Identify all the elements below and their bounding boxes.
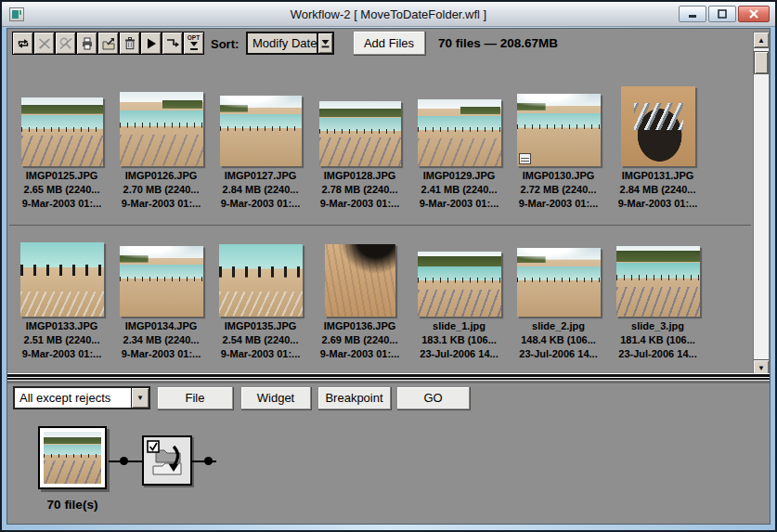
file-cell[interactable]: IMGP0134.JPG 2.34 MB (2240... 9-Mar-2003… [111,231,211,361]
file-cell[interactable]: IMGP0133.JPG 2.51 MB (2240... 9-Mar-2003… [12,231,111,361]
file-cell[interactable]: IMGP0128.JPG 2.78 MB (2240... 9-Mar-2003… [310,81,409,211]
go-button[interactable]: GO [396,386,470,409]
file-size: 2.72 MB (2240... [521,183,597,197]
file-thumbnail[interactable] [21,97,103,166]
move-to-folder-node[interactable] [142,435,192,486]
file-date: 9-Mar-2003 01:... [519,197,599,211]
file-cell[interactable]: slide_3.jpg 181.4 KB (106... 23-Jul-2006… [608,231,707,361]
file-name: IMGP0125.JPG [26,169,98,183]
scrollbar-track[interactable] [754,48,769,359]
file-cell[interactable]: IMGP0125.JPG 2.65 MB (2240... 9-Mar-2003… [12,81,111,211]
file-thumbnail[interactable] [325,244,395,317]
file-size: 2.84 MB (2240... [620,183,696,197]
connector-port[interactable] [204,457,213,465]
delete-button[interactable] [119,32,140,55]
scroll-up-button[interactable]: ▲ [754,32,769,48]
edit-disabled-button[interactable] [33,32,55,55]
filter-dropdown-arrow-icon[interactable]: ▼ [131,388,149,408]
app-icon[interactable] [9,7,24,21]
file-name: slide_3.jpg [631,319,684,333]
file-name: IMGP0129.JPG [423,169,496,183]
arrow-down-icon: ▼ [758,364,765,372]
edit-disabled-icon [37,36,52,51]
thumbnail-row-2: IMGP0133.JPG 2.51 MB (2240... 9-Mar-2003… [12,231,710,361]
source-node-label: 70 file(s) [15,498,130,512]
file-thumbnail[interactable] [517,248,601,317]
file-name: IMGP0128.JPG [324,169,396,183]
file-button[interactable]: File [157,386,233,409]
file-thumbnail[interactable] [20,242,104,317]
file-thumbnail[interactable] [120,92,203,166]
branch-button[interactable] [162,32,183,55]
vertical-scrollbar[interactable]: ▲ ▼ [753,32,770,376]
window-content: OPT Sort: Modify Date Add Files 70 files… [6,28,771,525]
file-cell[interactable]: IMGP0127.JPG 2.84 MB (2240... 9-Mar-2003… [211,81,310,211]
file-date: 9-Mar-2003 01:... [320,347,400,361]
scrollbar-thumb[interactable] [754,51,769,74]
file-thumbnail[interactable] [616,246,700,317]
zoom-disabled-button[interactable] [55,32,76,55]
file-name: IMGP0136.JPG [324,319,396,333]
file-date: 9-Mar-2003 01:... [22,347,102,361]
options-icon: OPT [188,35,201,52]
file-date: 9-Mar-2003 01:... [618,197,698,211]
file-thumbnail[interactable] [120,246,203,317]
file-thumbnail[interactable] [219,244,303,317]
rotate-icon [16,36,31,51]
file-cell[interactable]: IMGP0136.JPG 2.69 MB (2240... 9-Mar-2003… [310,231,409,361]
file-cell[interactable]: slide_2.jpg 148.4 KB (106... 23-Jul-2006… [509,231,608,361]
connector-port[interactable] [120,457,128,465]
file-name: IMGP0135.JPG [225,319,297,333]
rotate-button[interactable] [12,32,33,55]
file-thumbnail[interactable] [621,86,695,166]
widget-button[interactable]: Widget [240,386,311,409]
file-cell[interactable]: IMGP0129.JPG 2.41 MB (2240... 9-Mar-2003… [409,81,509,211]
window-title: Workflow-2 [ MoveToDateFolder.wfl ] [2,7,775,21]
file-size: 148.4 KB (106... [521,333,596,347]
file-size: 2.65 MB (2240... [24,183,100,197]
file-cell[interactable]: IMGP0135.JPG 2.54 MB (2240... 9-Mar-2003… [211,231,310,361]
file-cell[interactable]: IMGP0126.JPG 2.70 MB (2240... 9-Mar-2003… [111,81,211,211]
file-size: 2.41 MB (2240... [421,183,498,197]
zoom-disabled-icon [58,36,73,51]
file-cell[interactable]: slide_1.jpg 183.1 KB (106... 23-Jul-2006… [409,231,509,361]
print-button[interactable] [76,32,97,55]
splitter-sash[interactable] [7,373,770,383]
file-name: IMGP0126.JPG [125,169,198,183]
breakpoint-button[interactable]: Breakpoint [317,386,391,409]
file-cell[interactable]: IMGP0131.JPG 2.84 MB (2240... 9-Mar-2003… [608,81,707,211]
file-date: 9-Mar-2003 01:... [221,347,301,361]
sort-dropdown[interactable]: Modify Date [246,32,334,55]
file-size: 2.54 MB (2240... [223,333,299,347]
sort-label: Sort: [211,37,239,51]
file-name: IMGP0134.JPG [125,319,198,333]
file-size: 181.4 KB (106... [620,333,695,347]
file-size: 183.1 KB (106... [421,333,497,347]
file-thumbnail[interactable] [517,94,601,166]
close-button[interactable] [738,6,770,22]
options-button[interactable]: OPT [183,32,204,55]
file-thumbnail[interactable] [418,99,501,166]
sort-dropdown-arrow-icon[interactable] [317,33,332,53]
file-thumbnail[interactable] [319,101,401,166]
file-thumbnail[interactable] [418,252,501,317]
file-size: 2.78 MB (2240... [322,183,398,197]
add-files-button[interactable]: Add Files [353,31,425,55]
title-bar[interactable]: Workflow-2 [ MoveToDateFolder.wfl ] [2,2,775,27]
file-date: 23-Jul-2006 14... [519,347,597,361]
file-thumbnail[interactable] [220,96,302,166]
thumbnail-row-1: IMGP0125.JPG 2.65 MB (2240... 9-Mar-2003… [12,81,710,211]
file-date: 23-Jul-2006 14... [420,347,498,361]
file-size: 2.84 MB (2240... [223,183,299,197]
trash-icon [123,36,137,51]
run-button[interactable] [140,32,162,55]
source-files-node[interactable] [38,426,107,489]
minimize-icon [687,9,698,19]
export-button[interactable] [97,32,119,55]
filter-dropdown[interactable]: All except rejects ▼ [13,386,150,409]
file-size: 2.70 MB (2240... [123,183,200,197]
maximize-button[interactable] [708,6,736,22]
file-cell[interactable]: IMGP0130.JPG 2.72 MB (2240... 9-Mar-2003… [509,81,608,211]
close-icon [748,9,759,19]
minimize-button[interactable] [679,6,706,22]
